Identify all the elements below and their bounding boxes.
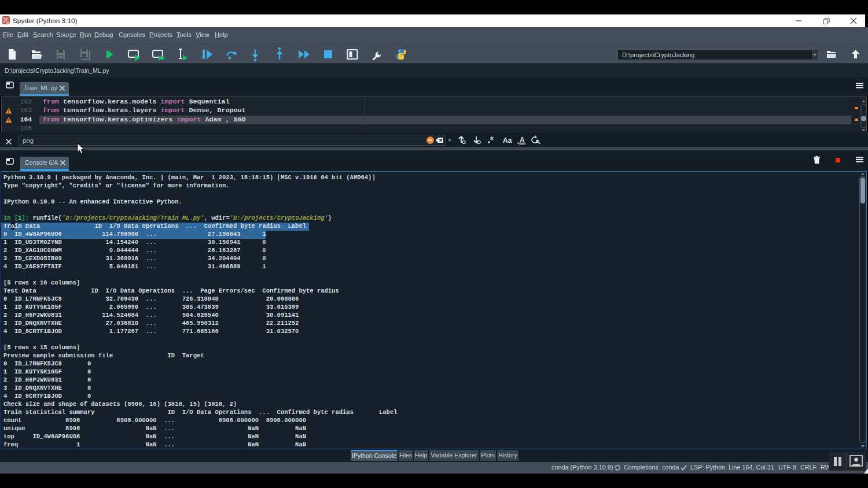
svg-text:S: S [6,20,9,25]
